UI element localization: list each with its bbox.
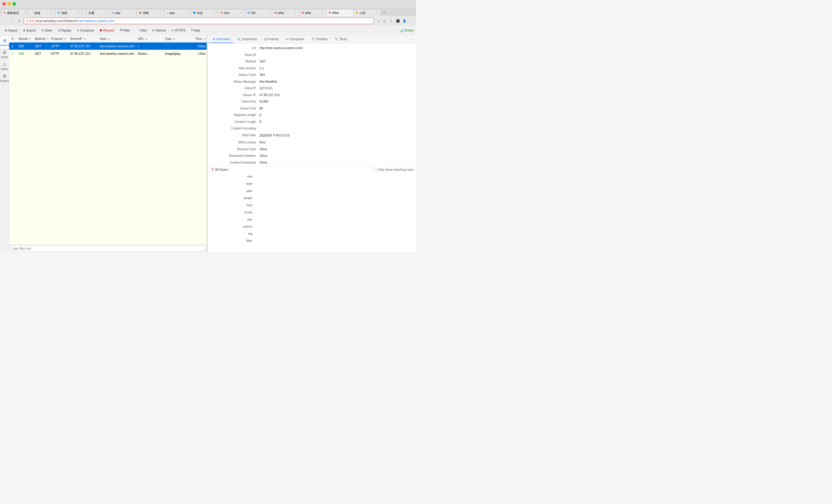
tab-favicon: 🎯	[329, 11, 332, 14]
inspector-value[interactable]: 47.95.137.113	[258, 92, 416, 98]
inspector-value[interactable]: Not Modified	[258, 78, 416, 85]
inspector-label: Content Length	[208, 118, 258, 125]
inspector-value[interactable]: 33ms	[258, 146, 416, 152]
inspector-value[interactable]: 0	[258, 118, 416, 125]
inspector-row: Client Port 51383	[208, 99, 416, 105]
col-header-num[interactable]: #	[10, 37, 19, 40]
tab-close-icon[interactable]: ×	[213, 11, 216, 14]
inspector-value[interactable]: 51383	[258, 99, 416, 105]
record-button[interactable]: ⏺ Record	[97, 27, 116, 34]
col-header-type[interactable]: Type ⇅	[165, 37, 192, 40]
tab-close-icon[interactable]: ×	[132, 11, 135, 14]
only-matching-checkbox[interactable]	[374, 168, 377, 171]
browser-tab-t12[interactable]: 🎯 whis ×	[299, 9, 326, 16]
sidebar-item-network[interactable]: ⊞ Network	[0, 36, 9, 49]
col-header-host[interactable]: Host ⇅	[100, 37, 137, 40]
panel-tab-timeline[interactable]: ⏱ Timeline	[308, 36, 331, 43]
filter-input[interactable]	[11, 246, 205, 251]
help-button[interactable]: ? Help	[188, 27, 203, 34]
tab-close-icon[interactable]: ×	[267, 11, 270, 14]
browser-tab-t8[interactable]: 📘 结合 ×	[191, 9, 218, 16]
sidebar-item-rules[interactable]: ☰ Rules	[0, 49, 9, 60]
panel-tab-overview[interactable]: 👁 Overview	[209, 36, 234, 43]
inspector-value[interactable]: 80	[258, 105, 416, 112]
filter-button[interactable]: ⧩ Filter	[117, 27, 132, 34]
translate-icon[interactable]: T	[389, 18, 394, 24]
inspector-value[interactable]	[258, 52, 416, 54]
tab-close-icon[interactable]: ×	[105, 11, 107, 14]
inspector-value[interactable]: 304	[258, 72, 416, 78]
col-header-time[interactable]: Time ⇅	[192, 37, 206, 40]
inspector-value[interactable]: 0ms	[258, 139, 416, 146]
col-header-result[interactable]: Result ⇅	[19, 37, 35, 40]
import-button[interactable]: ⬆ Import	[2, 27, 20, 34]
panel-tab-more[interactable]: ›	[410, 37, 415, 41]
network-row[interactable]: 1 304 GET HTTP 47.95.137.113 test.xiaoho…	[9, 43, 207, 50]
browser-tab-t9[interactable]: 🐙 cyru ×	[218, 9, 245, 16]
network-icon: ⊞	[3, 38, 6, 43]
export-button[interactable]: ⬇ Export	[21, 27, 38, 34]
tab-close-icon[interactable]: ×	[348, 11, 352, 14]
extensions-icon[interactable]: ⬛	[395, 18, 400, 24]
inspector-value[interactable]: GET	[258, 58, 416, 65]
col-header-serverip[interactable]: ServerIP ⇅	[70, 37, 100, 40]
replay-button[interactable]: ↺ Replay	[55, 27, 74, 34]
browser-tab-t7[interactable]: 📊 pup ×	[164, 9, 190, 16]
panel-tab-tools[interactable]: 🔧 Tools	[331, 36, 350, 43]
tab-close-icon[interactable]: ×	[23, 11, 26, 14]
refresh-button[interactable]: ↻	[17, 18, 22, 24]
maximize-button[interactable]	[12, 2, 16, 6]
clear-button[interactable]: ✕ Clear	[39, 27, 55, 34]
tab-close-icon[interactable]: ×	[77, 11, 80, 14]
inspector-value[interactable]: 127.0.0.1	[258, 85, 416, 92]
network-row[interactable]: 2 200 GET HTTP 47.95.137.113 test.xiaoho…	[9, 50, 207, 57]
back-button[interactable]: ‹	[2, 18, 8, 24]
settings-icon[interactable]: ⋮	[408, 18, 414, 24]
col-header-url[interactable]: URL ⇅	[138, 37, 165, 40]
sidebar-item-plugins[interactable]: ⚙ Plugins	[0, 72, 9, 84]
inspector-value[interactable]: 0	[258, 112, 416, 118]
panel-tab-frames[interactable]: ☰ Frames	[261, 36, 282, 43]
forward-button[interactable]: ›	[9, 18, 15, 24]
weinre-button[interactable]: ⟳ Weinre	[150, 27, 168, 34]
bookmark-icon[interactable]: ☆	[375, 18, 381, 24]
browser-tab-t4[interactable]: 📋 京叢 ×	[82, 9, 109, 16]
clear-icon: ✕	[41, 29, 44, 32]
col-header-protocol[interactable]: Protocol ⇅	[51, 37, 70, 40]
browser-tab-t2[interactable]: 📄 前端 ×	[28, 9, 55, 16]
panel-tab-inspectors[interactable]: 🔍 Inspectors	[233, 36, 260, 43]
browser-tab-t11[interactable]: 🎯 whis ×	[272, 9, 299, 16]
tab-close-icon[interactable]: ×	[240, 11, 243, 14]
tab-close-icon[interactable]: ×	[186, 11, 189, 14]
browser-tab-t10[interactable]: 🌐 Chr ×	[245, 9, 272, 16]
inspector-value[interactable]: 33ms	[258, 159, 416, 166]
profile-icon[interactable]: 👤	[402, 18, 407, 24]
browser-tab-t1[interactable]: 🔖 新标签页 ×	[1, 9, 28, 16]
browser-tab-t13[interactable]: 🎯 Whis ×	[327, 9, 353, 16]
new-tab-button[interactable]: +	[381, 9, 388, 16]
reader-icon[interactable]: ◫	[382, 18, 387, 24]
tab-close-icon[interactable]: ×	[294, 11, 297, 14]
inspector-value[interactable]: 1.1	[258, 65, 416, 72]
browser-tab-t6[interactable]: 📦 详细 ×	[137, 9, 163, 16]
close-button[interactable]	[2, 2, 6, 6]
url-bar[interactable]: 不安全 local.whistlejs.com/#network ?url=xi…	[24, 18, 374, 24]
sidebar-item-values[interactable]: ◇ Values	[0, 60, 9, 72]
compose-button[interactable]: ✎ Compose	[74, 27, 97, 34]
https-button[interactable]: ✔ HTTPS	[169, 27, 188, 34]
inspector-value[interactable]	[258, 125, 416, 128]
tab-close-icon[interactable]: ×	[50, 11, 53, 14]
files-button[interactable]: 📄 Files	[133, 27, 149, 34]
inspector-value[interactable]: http://test.xiaohou.xueersi.com/	[258, 45, 416, 52]
minimize-button[interactable]	[7, 2, 11, 6]
tab-close-icon[interactable]: ×	[321, 11, 324, 14]
inspector-value[interactable]: 2020/5/9 下午3:57:53	[258, 132, 416, 139]
browser-tab-t3[interactable]: 🌐 浏览 ×	[55, 9, 82, 16]
tab-close-icon[interactable]: ×	[375, 11, 379, 14]
browser-tab-t14[interactable]: 😊 小张 ×	[354, 9, 380, 16]
browser-tab-t5[interactable]: 🐾 pup ×	[110, 9, 136, 16]
panel-tab-composer[interactable]: ✏ Composer	[282, 36, 308, 43]
inspector-value[interactable]: 33ms	[258, 152, 416, 159]
col-header-method[interactable]: Method ⇅	[35, 37, 51, 40]
tab-close-icon[interactable]: ×	[159, 11, 162, 14]
